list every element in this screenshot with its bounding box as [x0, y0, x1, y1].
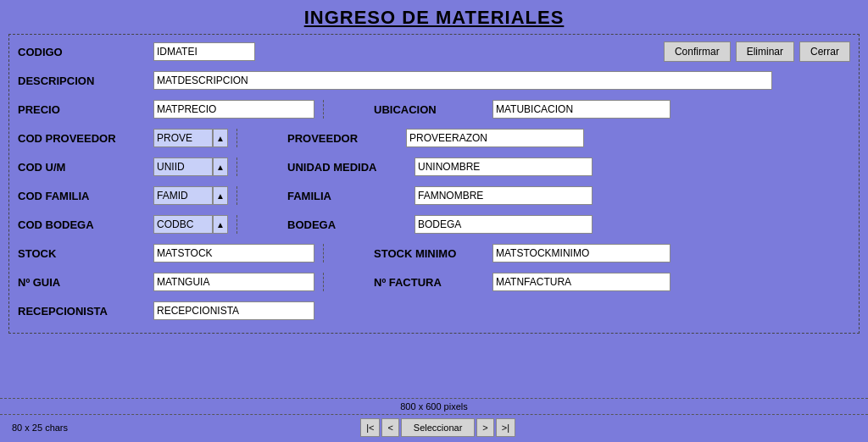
cod-familia-label: COD FAMILIA — [18, 190, 153, 202]
nro-guia-row: Nº GUIA Nº FACTURA — [18, 270, 850, 294]
cod-um-input[interactable] — [153, 157, 213, 176]
cod-proveedor-arrow[interactable]: ▲ — [213, 129, 228, 147]
codigo-left: CODIGO — [18, 42, 543, 61]
cod-bodega-combo: ▲ — [153, 215, 228, 234]
cod-um-arrow[interactable]: ▲ — [213, 157, 228, 176]
status-bottom: 80 x 25 chars |< < Seleccionar > >| plac… — [0, 415, 868, 440]
form-area: CODIGO Confirmar Eliminar Cerrar DESCRIP… — [8, 34, 860, 334]
cod-bodega-row: COD BODEGA ▲ BODEGA — [18, 213, 850, 236]
stock-input[interactable] — [153, 244, 314, 262]
cod-familia-input[interactable] — [153, 186, 213, 205]
ubicacion-label: UBICACION — [374, 103, 492, 116]
main-container: INGRESO DE MATERIALES CODIGO Confirmar E… — [0, 0, 868, 442]
stock-row: STOCK STOCK MINIMO — [18, 241, 850, 265]
cod-um-row: COD U/M ▲ UNIDAD MEDIDA — [18, 155, 850, 179]
nav-controls: |< < Seleccionar > >| — [360, 418, 515, 437]
action-buttons: Confirmar Eliminar Cerrar — [664, 41, 850, 62]
confirmar-button[interactable]: Confirmar — [664, 41, 731, 62]
stock-label: STOCK — [18, 247, 153, 260]
descripcion-label: DESCRIPCION — [18, 75, 153, 87]
cod-bodega-input[interactable] — [153, 215, 213, 234]
recepcionista-label: RECEPCIONISTA — [18, 305, 153, 318]
cod-familia-row: COD FAMILIA ▲ FAMILIA — [18, 184, 850, 207]
eliminar-button[interactable]: Eliminar — [736, 41, 794, 62]
page-title: INGRESO DE MATERIALES — [0, 7, 868, 29]
proveedor-input[interactable] — [406, 129, 584, 147]
nav-prev-button[interactable]: < — [381, 418, 398, 437]
bodega-label: BODEGA — [287, 218, 415, 231]
ubicacion-input[interactable] — [492, 100, 670, 119]
codigo-label: CODIGO — [18, 46, 153, 58]
descripcion-input[interactable] — [153, 71, 772, 90]
nav-first-button[interactable]: |< — [360, 418, 380, 437]
cod-proveedor-combo: ▲ — [153, 129, 228, 147]
nro-guia-input[interactable] — [153, 273, 314, 291]
recepcionista-row: RECEPCIONISTA — [18, 299, 850, 323]
unidad-medida-input[interactable] — [415, 157, 593, 176]
precio-input[interactable] — [153, 100, 314, 119]
nav-select-button[interactable]: Seleccionar — [401, 418, 475, 437]
unidad-medida-label: UNIDAD MEDIDA — [287, 161, 415, 174]
cod-proveedor-row: COD PROVEEDOR ▲ PROVEEDOR — [18, 126, 850, 150]
nro-guia-label: Nº GUIA — [18, 276, 153, 289]
status-bar: 800 x 600 pixels 80 x 25 chars |< < Sele… — [0, 398, 868, 442]
descripcion-row: DESCRIPCION — [18, 69, 850, 92]
title-bar: INGRESO DE MATERIALES — [0, 0, 868, 34]
codigo-input[interactable] — [153, 42, 255, 61]
status-chars: 80 x 25 chars — [12, 423, 68, 433]
cod-um-combo: ▲ — [153, 157, 228, 176]
cerrar-button[interactable]: Cerrar — [799, 41, 850, 62]
nro-factura-label: Nº FACTURA — [374, 276, 492, 289]
status-size: 800 x 600 pixels — [0, 399, 868, 415]
precio-row: PRECIO UBICACION — [18, 97, 850, 121]
cod-um-label: COD U/M — [18, 161, 153, 174]
precio-label: PRECIO — [18, 103, 153, 116]
cod-bodega-label: COD BODEGA — [18, 218, 153, 231]
stock-minimo-input[interactable] — [492, 244, 670, 262]
familia-input[interactable] — [415, 186, 593, 205]
proveedor-label: PROVEEDOR — [287, 132, 406, 145]
cod-familia-combo: ▲ — [153, 186, 228, 205]
recepcionista-input[interactable] — [153, 301, 314, 320]
familia-label: FAMILIA — [287, 190, 415, 202]
nro-factura-input[interactable] — [492, 273, 670, 291]
cod-proveedor-input[interactable] — [153, 129, 213, 147]
bodega-input[interactable] — [415, 215, 593, 234]
nav-last-button[interactable]: >| — [496, 418, 515, 437]
codigo-row: CODIGO Confirmar Eliminar Cerrar — [18, 40, 850, 64]
cod-familia-arrow[interactable]: ▲ — [213, 186, 228, 205]
cod-bodega-arrow[interactable]: ▲ — [213, 215, 228, 234]
stock-minimo-label: STOCK MINIMO — [374, 247, 492, 260]
nav-next-button[interactable]: > — [476, 418, 493, 437]
cod-proveedor-label: COD PROVEEDOR — [18, 132, 153, 145]
